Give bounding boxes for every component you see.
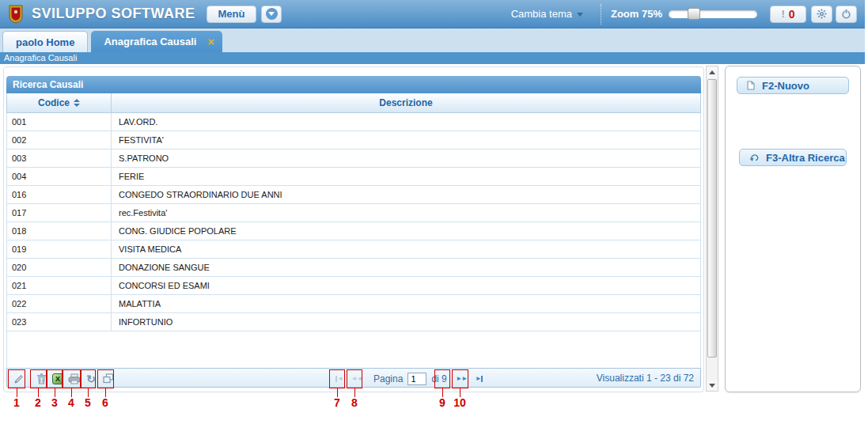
app-title: SVILUPPO SOFTWARE bbox=[32, 6, 195, 22]
app-header: SVILUPPO SOFTWARE Menù Cambia tema Zoom … bbox=[0, 0, 865, 28]
cell-descrizione: S.PATRONO bbox=[112, 150, 700, 167]
divider bbox=[601, 4, 601, 25]
chevron-down-icon bbox=[577, 13, 583, 17]
table-row[interactable]: 020 DONAZIONE SANGUE bbox=[7, 259, 700, 277]
tab-bar: paolo Home Anagrafica Causali × bbox=[0, 28, 865, 52]
grid-empty-area bbox=[6, 331, 701, 368]
grid-rows: 001 LAV.ORD. 002 FESTIVITA' 003 S.PATRON… bbox=[6, 113, 701, 331]
cell-descrizione: FESTIVITA' bbox=[112, 131, 700, 149]
cell-codice: 016 bbox=[7, 186, 112, 203]
actions-sidebar: F2-Nuovo F3-Altra Ricerca bbox=[725, 66, 861, 392]
column-header-codice[interactable]: Codice bbox=[7, 93, 112, 112]
grid-column-headers: Codice Descrizione bbox=[6, 93, 701, 113]
scrollbar-thumb[interactable] bbox=[707, 79, 717, 358]
cell-descrizione: VISITA MEDICA bbox=[112, 240, 700, 258]
table-row[interactable]: 004 FERIE bbox=[7, 168, 700, 186]
cell-codice: 004 bbox=[7, 168, 112, 185]
cell-codice: 019 bbox=[7, 240, 112, 258]
table-row[interactable]: 003 S.PATRONO bbox=[7, 150, 700, 168]
chevron-down-icon bbox=[266, 8, 278, 20]
cell-codice: 021 bbox=[7, 277, 112, 294]
zoom-slider[interactable] bbox=[669, 10, 757, 18]
table-row[interactable]: 021 CONCORSI ED ESAMI bbox=[7, 277, 700, 295]
cell-descrizione: MALATTIA bbox=[112, 295, 700, 312]
page-label: Pagina bbox=[373, 373, 403, 384]
tab-anagrafica-causali[interactable]: Anagrafica Causali × bbox=[91, 31, 222, 52]
f2-nuovo-button[interactable]: F2-Nuovo bbox=[737, 77, 849, 94]
change-theme-button[interactable]: Cambia tema bbox=[511, 8, 572, 20]
table-row[interactable]: 019 VISITA MEDICA bbox=[7, 240, 700, 259]
power-button[interactable] bbox=[836, 6, 857, 23]
records-status: Visualizzati 1 - 23 di 72 bbox=[597, 373, 694, 384]
settings-button[interactable] bbox=[811, 6, 832, 23]
table-row[interactable]: 022 MALATTIA bbox=[7, 295, 700, 313]
menu-dropdown-button[interactable] bbox=[261, 6, 282, 23]
cell-descrizione: FERIE bbox=[112, 168, 700, 185]
tab-label: paolo Home bbox=[16, 36, 74, 48]
cell-codice: 017 bbox=[7, 204, 112, 221]
gear-icon bbox=[817, 9, 827, 19]
table-row[interactable]: 017 rec.Festivita' bbox=[7, 204, 700, 222]
cell-codice: 003 bbox=[7, 150, 112, 167]
zoom-label: Zoom 75% bbox=[611, 8, 662, 20]
cell-codice: 022 bbox=[7, 295, 112, 312]
close-icon[interactable]: × bbox=[207, 36, 214, 47]
cell-descrizione: CONG. GIUDICE POPOLARE bbox=[112, 222, 700, 240]
cell-codice: 020 bbox=[7, 259, 112, 276]
tab-paolo-home[interactable]: paolo Home bbox=[2, 31, 88, 52]
scroll-up-icon[interactable] bbox=[707, 66, 718, 78]
column-header-descrizione[interactable]: Descrizione bbox=[112, 93, 700, 112]
notification-count: 0 bbox=[789, 8, 795, 21]
table-row[interactable]: 001 LAV.ORD. bbox=[7, 113, 700, 131]
tab-label: Anagrafica Causali bbox=[104, 36, 196, 47]
cell-descrizione: LAV.ORD. bbox=[112, 113, 700, 131]
table-row[interactable]: 018 CONG. GIUDICE POPOLARE bbox=[7, 222, 700, 240]
causali-grid: Ricerca Causali Codice Descrizione 001 L… bbox=[6, 76, 701, 388]
cell-descrizione: rec.Festivita' bbox=[112, 204, 700, 221]
cell-descrizione: INFORTUNIO bbox=[112, 313, 700, 331]
scrollbar-track[interactable] bbox=[707, 78, 718, 380]
cell-descrizione: DONAZIONE SANGUE bbox=[112, 259, 700, 276]
table-row[interactable]: 016 CONGEDO STRAORDINARIO DUE ANNI bbox=[7, 186, 700, 204]
breadcrumb: Anagrafica Causali bbox=[0, 52, 865, 64]
notifications-button[interactable]: ! 0 bbox=[770, 6, 806, 23]
cell-codice: 001 bbox=[7, 113, 112, 131]
zoom-slider-handle[interactable] bbox=[688, 8, 700, 20]
sort-icon bbox=[74, 99, 80, 107]
scroll-down-icon[interactable] bbox=[707, 380, 718, 391]
cell-descrizione: CONGEDO STRAORDINARIO DUE ANNI bbox=[112, 186, 700, 203]
cell-codice: 018 bbox=[7, 222, 112, 240]
menu-button[interactable]: Menù bbox=[207, 6, 257, 23]
table-row[interactable]: 023 INFORTUNIO bbox=[7, 313, 700, 331]
back-arrow-icon bbox=[749, 153, 759, 161]
power-icon bbox=[841, 9, 851, 19]
grid-title: Ricerca Causali bbox=[6, 76, 701, 93]
search-results-panel: Ricerca Causali Codice Descrizione 001 L… bbox=[3, 66, 704, 392]
exclamation-icon: ! bbox=[781, 8, 784, 20]
new-document-icon bbox=[747, 81, 755, 90]
page-number-input[interactable] bbox=[407, 373, 426, 385]
content-area: Ricerca Causali Codice Descrizione 001 L… bbox=[0, 64, 865, 393]
crest-logo-icon bbox=[8, 4, 24, 24]
cell-codice: 023 bbox=[7, 313, 112, 331]
page-last-button[interactable]: ► bbox=[472, 372, 486, 385]
vertical-scrollbar[interactable] bbox=[706, 66, 718, 392]
f3-altra-ricerca-button[interactable]: F3-Altra Ricerca bbox=[739, 149, 847, 166]
cell-descrizione: CONCORSI ED ESAMI bbox=[112, 277, 700, 294]
table-row[interactable]: 002 FESTIVITA' bbox=[7, 131, 700, 150]
cell-codice: 002 bbox=[7, 131, 112, 149]
